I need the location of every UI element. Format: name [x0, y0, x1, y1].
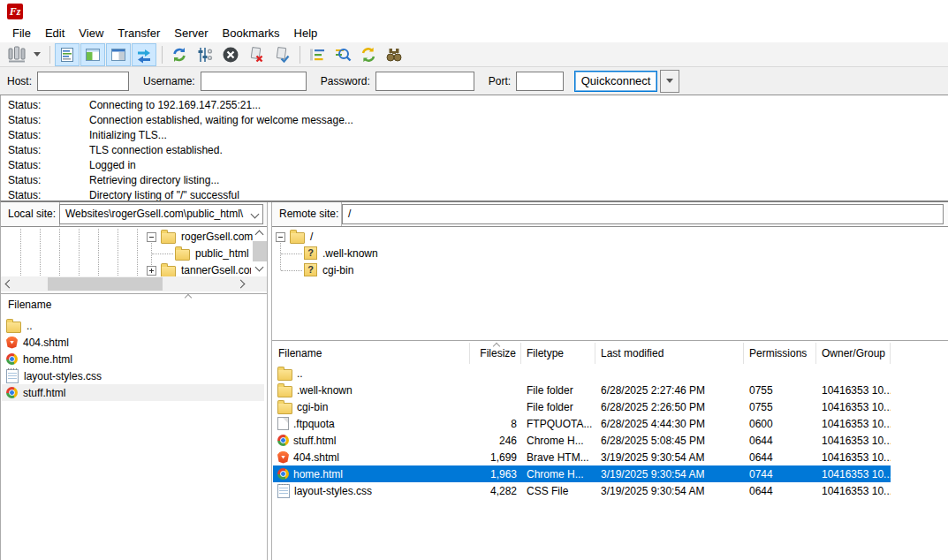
unknown-folder-icon: [304, 246, 317, 260]
local-file-row[interactable]: 404.shtml: [2, 334, 69, 351]
filezilla-window: Fz File Edit View Transfer Server Bookma…: [0, 0, 948, 560]
file-permissions: 0644: [744, 435, 816, 447]
local-column-filename[interactable]: Filename: [8, 299, 51, 311]
main-split-area: Local site: Websites\rogerGsell.com\publ…: [0, 201, 948, 560]
tree-item-public-html[interactable]: public_html: [175, 245, 249, 261]
filezilla-logo-icon: Fz: [7, 4, 23, 19]
file-modified: 3/19/2025 9:30:54 AM: [595, 451, 744, 464]
scroll-right-arrow[interactable]: [237, 280, 246, 289]
menu-help[interactable]: Help: [287, 25, 325, 42]
local-file-row[interactable]: ..: [2, 317, 33, 334]
local-file-row[interactable]: home.html: [2, 351, 72, 367]
scroll-down-arrow[interactable]: [255, 263, 264, 272]
tree-item-cgi-bin[interactable]: cgi-bin: [304, 261, 353, 278]
folder-icon: [277, 386, 292, 397]
local-site-combobox[interactable]: Websites\rogerGsell.com\public_html\: [59, 204, 263, 224]
status-line: Status:Initializing TLS...: [1, 128, 948, 143]
disconnect-button[interactable]: [244, 43, 269, 66]
file-owner: 10416353 10...: [816, 451, 891, 464]
file-modified: 6/28/2025 4:44:30 PM: [595, 418, 744, 430]
menu-file[interactable]: File: [5, 25, 38, 42]
tree-guide: [20, 229, 21, 276]
tree-item-root[interactable]: /: [290, 228, 313, 245]
column-last-modified[interactable]: Last modified: [595, 343, 744, 364]
cancel-button[interactable]: [218, 43, 243, 66]
local-file-row[interactable]: layout-styles.css: [2, 367, 102, 384]
menu-view[interactable]: View: [72, 25, 110, 42]
file-name: cgi-bin: [297, 401, 328, 413]
collapse-expander-icon[interactable]: [276, 232, 285, 242]
remote-file-row[interactable]: stuff.html 246 Chrome H... 6/28/2025 5:0…: [273, 432, 891, 449]
menu-bookmarks[interactable]: Bookmarks: [216, 25, 287, 42]
toggle-remote-tree-button[interactable]: [106, 43, 131, 66]
refresh-button[interactable]: [167, 43, 192, 66]
remote-site-combobox[interactable]: /: [342, 204, 944, 224]
menu-server[interactable]: Server: [167, 25, 215, 42]
menu-transfer[interactable]: Transfer: [110, 25, 167, 42]
tree-item-label: /: [310, 231, 313, 243]
port-label: Port:: [489, 75, 511, 87]
status-line: Status:Retrieving directory listing...: [1, 173, 948, 188]
file-permissions: 0755: [744, 384, 816, 397]
remote-file-row-selected[interactable]: home.html 1,963 Chrome H... 3/19/2025 9:…: [273, 465, 891, 482]
file-permissions: 0755: [744, 401, 816, 413]
synchronized-browsing-button[interactable]: [356, 43, 381, 66]
vertical-scrollbar-thumb[interactable]: [253, 241, 267, 261]
status-label: Status:: [1, 143, 89, 158]
chrome-file-icon: [277, 468, 289, 480]
remote-file-row[interactable]: .ftpquota 8 FTPQUOTA... 6/28/2025 4:44:3…: [273, 415, 891, 432]
remote-file-row[interactable]: ..: [273, 365, 891, 382]
scroll-up-arrow[interactable]: [255, 231, 264, 239]
tree-item-rogergsell[interactable]: rogerGsell.com: [161, 228, 253, 245]
reconnect-button[interactable]: [269, 43, 294, 66]
local-file-row[interactable]: stuff.html: [2, 384, 264, 401]
status-line: Status:Logged in: [1, 158, 948, 173]
process-queue-button[interactable]: [193, 43, 217, 66]
file-owner: 10416353 10...: [816, 401, 891, 413]
quickconnect-button[interactable]: Quickconnect: [574, 71, 657, 92]
disconnect-icon: [247, 46, 265, 64]
menu-edit[interactable]: Edit: [38, 25, 72, 42]
directory-listing-filters-button[interactable]: [305, 43, 330, 66]
panel-splitter[interactable]: [1, 293, 267, 294]
column-filetype[interactable]: Filetype: [521, 343, 595, 364]
column-permissions[interactable]: Permissions: [744, 343, 816, 364]
expand-expander-icon[interactable]: [147, 266, 156, 276]
tree-guide: [79, 229, 80, 276]
remote-file-row[interactable]: 404.shtml 1,699 Brave HTM... 3/19/2025 9…: [273, 449, 891, 465]
collapse-expander-icon[interactable]: [147, 232, 156, 242]
site-manager-button[interactable]: [4, 43, 29, 66]
column-owner-group[interactable]: Owner/Group: [816, 343, 891, 364]
remote-file-row[interactable]: cgi-bin File folder 6/28/2025 2:26:50 PM…: [273, 398, 891, 415]
status-line: Status:Connecting to 192.169.147.255:21.…: [1, 98, 948, 113]
port-input[interactable]: [516, 72, 564, 91]
status-label: Status:: [1, 158, 89, 173]
toggle-message-log-button[interactable]: [55, 43, 80, 66]
find-files-button[interactable]: [382, 43, 406, 66]
file-permissions: 0644: [744, 485, 816, 497]
scroll-left-arrow[interactable]: [5, 280, 14, 289]
folder-icon: [290, 232, 305, 244]
file-name: layout-styles.css: [294, 485, 372, 497]
remote-file-row[interactable]: layout-styles.css 4,282 CSS File 3/19/20…: [273, 482, 891, 499]
quickconnect-bar: Host: Username: Password: Port: Quickcon…: [0, 67, 948, 95]
site-manager-dropdown-button[interactable]: [30, 43, 44, 66]
remote-file-row[interactable]: .well-known File folder 6/28/2025 2:27:4…: [273, 382, 891, 398]
dropdown-arrow-icon: [666, 79, 673, 83]
directory-comparison-button[interactable]: [330, 43, 355, 66]
remote-panel: Remote site: / / .well-known: [271, 202, 948, 560]
panel-splitter[interactable]: [272, 340, 948, 341]
password-input[interactable]: [375, 72, 474, 91]
toggle-transfer-queue-button[interactable]: [132, 43, 156, 66]
tree-guide: [118, 229, 118, 276]
quickconnect-dropdown-button[interactable]: [660, 70, 679, 93]
tree-item-well-known[interactable]: .well-known: [304, 245, 378, 261]
toggle-local-tree-button[interactable]: [80, 43, 105, 66]
column-filename[interactable]: Filename: [273, 343, 470, 364]
host-input[interactable]: [37, 72, 129, 91]
horizontal-scrollbar[interactable]: [1, 276, 267, 291]
username-input[interactable]: [201, 72, 307, 91]
css-file-icon: [6, 369, 19, 383]
horizontal-scrollbar-thumb[interactable]: [48, 277, 163, 291]
tree-item-label: tannerGsell.com: [181, 264, 251, 276]
